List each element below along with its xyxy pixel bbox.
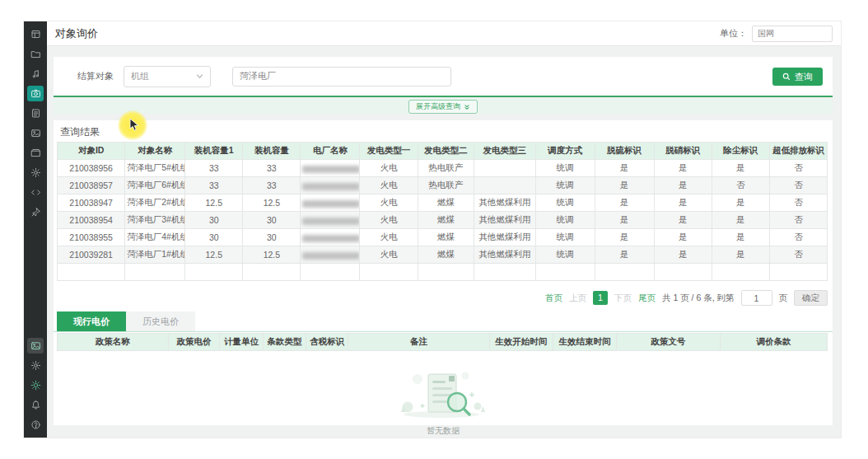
- cell: 其他燃煤利用: [474, 246, 535, 264]
- workbench-icon[interactable]: [27, 26, 44, 42]
- results-column-header: 脱硫标识: [595, 143, 654, 160]
- cell: [58, 264, 125, 281]
- pagination-next[interactable]: 下页: [614, 293, 632, 304]
- unit-label: 单位：: [720, 27, 747, 40]
- table-row[interactable]: 210038956菏泽电厂5#机组3333火电热电联产统调是是是否: [58, 160, 828, 177]
- cell: [360, 264, 418, 281]
- expand-advanced-search-label: 展开高级查询: [416, 101, 460, 112]
- cell: 否: [769, 160, 827, 177]
- settings-icon[interactable]: [27, 358, 44, 373]
- cell: 菏泽电厂6#机组: [125, 177, 185, 194]
- brightness-icon[interactable]: [27, 377, 44, 393]
- folder-icon[interactable]: [27, 46, 44, 62]
- cell: 统调: [535, 194, 595, 212]
- cell: [301, 264, 360, 281]
- cell: [769, 264, 827, 281]
- object-type-select[interactable]: 机组: [124, 66, 211, 87]
- results-column-header: 对象名称: [125, 143, 185, 160]
- cell: [243, 264, 301, 281]
- archive-icon[interactable]: [27, 145, 44, 161]
- cell: 是: [712, 229, 769, 246]
- results-column-header: 除尘标识: [712, 143, 769, 160]
- cell: 火电: [360, 194, 418, 212]
- cell: [474, 264, 535, 281]
- table-row[interactable]: 210038947菏泽电厂2#机组12.512.5火电燃煤其他燃煤利用统调是是是…: [58, 194, 828, 212]
- cell: 210038957: [58, 177, 125, 194]
- code-icon[interactable]: [27, 185, 44, 200]
- cell: [595, 264, 654, 281]
- cell: 是: [712, 194, 769, 212]
- help-icon[interactable]: [27, 417, 44, 433]
- cell: 是: [654, 177, 712, 194]
- results-column-header: 电厂名称: [301, 143, 360, 160]
- cell-plant-name: [301, 160, 360, 177]
- cell: 统调: [535, 212, 595, 229]
- pin-icon[interactable]: [27, 204, 44, 220]
- cell: 33: [243, 160, 301, 177]
- cell: 菏泽电厂5#机组: [125, 160, 185, 177]
- cell: 统调: [535, 246, 595, 264]
- pagination-goto-input[interactable]: [741, 290, 772, 306]
- pagination-first[interactable]: 首页: [545, 293, 562, 304]
- empty-state: 暂无数据: [54, 368, 833, 437]
- expand-advanced-search-button[interactable]: 展开高级查询: [408, 100, 478, 114]
- cell: 火电: [360, 160, 418, 177]
- bell-icon[interactable]: [27, 397, 44, 413]
- cell: 否: [769, 194, 827, 212]
- gallery-icon[interactable]: [27, 338, 44, 354]
- price-column-header: 政策电价: [168, 334, 220, 351]
- no-data-illustration: [390, 368, 497, 420]
- cell: [654, 264, 712, 281]
- cell: 火电: [360, 212, 418, 229]
- cell: 燃煤: [418, 246, 474, 264]
- search-icon: [782, 73, 791, 81]
- gear-icon[interactable]: [27, 165, 44, 180]
- unit-input[interactable]: [752, 26, 833, 42]
- table-row[interactable]: 210039281菏泽电厂1#机组12.512.5火电燃煤其他燃煤利用统调是是是…: [58, 246, 828, 264]
- results-column-header: 脱硝标识: [654, 143, 712, 160]
- cell: 12.5: [185, 194, 243, 212]
- cell: 是: [595, 160, 654, 177]
- search-button[interactable]: 查询: [772, 68, 823, 86]
- keyword-input[interactable]: [232, 67, 451, 87]
- pagination-last[interactable]: 尾页: [638, 293, 656, 304]
- price-tabs: 现行电价 历史电价: [57, 311, 195, 331]
- cell: 33: [185, 160, 243, 177]
- music-note-icon[interactable]: [27, 66, 44, 82]
- cell: 是: [595, 212, 654, 229]
- pagination: 首页 上页 1 下页 尾页 共 1 页 / 6 条, 到第 页 确定: [545, 290, 828, 306]
- object-type-value: 机组: [131, 70, 196, 82]
- ledger-icon[interactable]: [27, 105, 44, 121]
- cell: 燃煤: [418, 194, 474, 212]
- cell: 统调: [535, 229, 595, 246]
- tab-current-price[interactable]: 现行电价: [57, 311, 126, 331]
- screenshot-stage: 对象询价 单位： 结算对象 机组 查询: [0, 0, 868, 459]
- plant-name-redacted: [302, 235, 359, 242]
- pagination-current-page[interactable]: 1: [593, 291, 608, 305]
- cell: 是: [595, 194, 654, 212]
- sidebar: [24, 21, 47, 438]
- report-icon[interactable]: [27, 125, 44, 141]
- table-row[interactable]: 210038957菏泽电厂6#机组3333火电热电联产统调是是否否: [58, 177, 828, 194]
- pagination-prev[interactable]: 上页: [569, 293, 586, 304]
- price-column-header: 生效开始时间: [489, 334, 553, 351]
- cell: 燃煤: [418, 229, 474, 246]
- cell: 统调: [535, 160, 595, 177]
- main-area: 对象询价 单位： 结算对象 机组 查询: [47, 21, 841, 438]
- cell: 其他燃煤利用: [474, 194, 535, 212]
- cell: 火电: [360, 177, 418, 194]
- cell: 热电联产: [418, 160, 474, 177]
- table-row[interactable]: 210038955菏泽电厂4#机组3030火电燃煤其他燃煤利用统调是是是否: [58, 229, 828, 246]
- pagination-confirm-button[interactable]: 确定: [794, 290, 828, 306]
- table-row[interactable]: 210038954菏泽电厂3#机组3030火电燃煤其他燃煤利用统调是是是否: [58, 212, 828, 229]
- cell: [474, 160, 535, 177]
- cell: 菏泽电厂4#机组: [125, 229, 185, 246]
- tab-history-price[interactable]: 历史电价: [126, 311, 195, 331]
- cell: 火电: [360, 246, 418, 264]
- results-title: 查询结果: [60, 125, 100, 139]
- cell-plant-name: [301, 194, 360, 212]
- inquiry-icon[interactable]: [27, 86, 44, 101]
- filter-card: 结算对象 机组 查询: [54, 57, 833, 97]
- plant-name-redacted: [302, 183, 359, 190]
- cell: 菏泽电厂2#机组: [125, 194, 185, 212]
